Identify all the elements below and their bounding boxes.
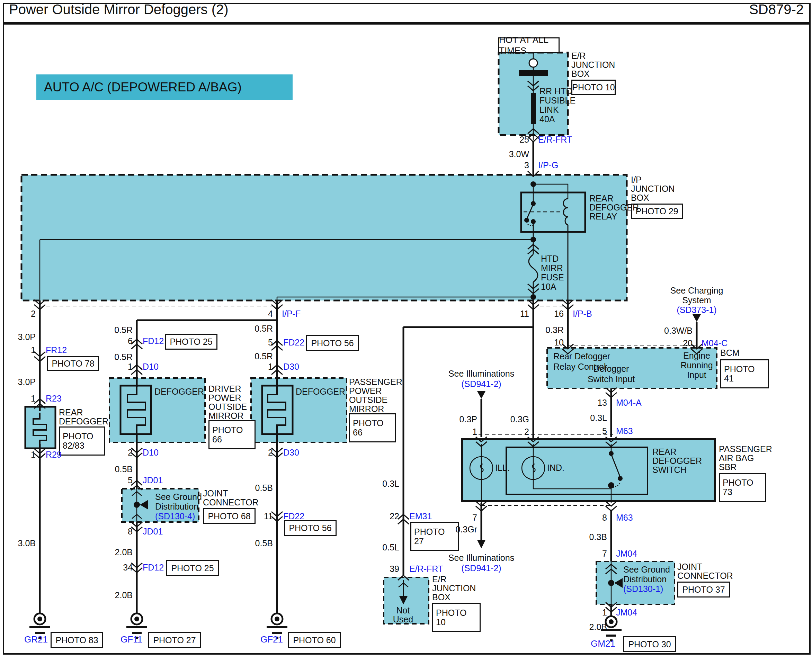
header-divider: [3, 22, 809, 25]
fusible-link-label: RR HTD: [539, 87, 572, 96]
pin-number: 2: [5, 309, 36, 319]
wire-gauge: 0.3R: [533, 325, 564, 335]
pin-number: 2: [498, 427, 529, 436]
switch-side-label: SBR: [719, 463, 736, 472]
connector-id: FD22: [283, 512, 304, 521]
fusible-link-label: FUSIBLE: [539, 96, 575, 105]
pin-number: 11: [242, 512, 273, 521]
wire-gauge: 0.3L: [368, 479, 399, 489]
photo-ref-line: PHOTO: [414, 527, 445, 537]
wire-gauge: 3.0B: [5, 538, 36, 548]
wire-gauge: 0.5R: [101, 353, 133, 362]
connector-id: M63: [616, 513, 633, 522]
pin-number: 1: [5, 345, 36, 355]
ground-id: GR21: [24, 635, 48, 644]
connector-id: I/P-B: [573, 309, 592, 319]
see-charging-label: System: [652, 296, 741, 305]
relay-label: DEFOGGER: [589, 203, 639, 212]
pin-number: 4: [242, 309, 273, 319]
photo-ref: PHOTO 25: [166, 560, 219, 576]
fuse-label: HTD: [541, 254, 558, 263]
wiring-diagram-page: Power Outside Mirror Defoggers (2) SD879…: [0, 0, 812, 656]
photo-ref: PHOTO 27: [148, 632, 201, 648]
pin-number: 1: [5, 450, 36, 460]
device-side-label: PASSENGER: [349, 378, 402, 387]
pin-number: 6: [101, 336, 133, 346]
see-illuminations-ref: (SD941-2): [437, 563, 525, 573]
pin-number: 5: [101, 476, 133, 485]
see-illuminations-ref: (SD941-2): [437, 379, 525, 389]
joint-label: JOINT: [203, 489, 228, 498]
pin-number: 25: [498, 135, 529, 144]
connector-id: D30: [283, 448, 299, 457]
pin-number: 16: [533, 309, 564, 319]
ill-label: ILL.: [495, 463, 510, 472]
wire-gauge: 0.5R: [242, 324, 273, 333]
photo-ref: PHOTO 25: [165, 334, 217, 350]
wire-gauge: 0.3G: [498, 415, 529, 424]
device-side-label: DRIVER: [208, 384, 241, 394]
pin-number: 22: [368, 512, 399, 521]
connector-id: JD01: [143, 476, 163, 485]
joint-note-ref: (SD130-1): [623, 584, 663, 594]
wire-gauge: 3.0W: [498, 150, 529, 159]
photo-ref-line: 82/83: [63, 441, 85, 450]
connector-id: JD01: [143, 527, 163, 536]
page-code: SD879-2: [749, 5, 804, 14]
wire-gauge: 0.5R: [101, 325, 133, 335]
wire-gauge: 0.3W/B: [662, 326, 693, 336]
joint-label: CONNECTOR: [203, 498, 259, 507]
photo-ref-line: 66: [353, 428, 363, 437]
er-box-name: BOX: [432, 593, 451, 602]
pin-number: 34: [101, 563, 133, 572]
photo-ref-line: 10: [436, 617, 446, 627]
er-box-name: BOX: [571, 69, 590, 79]
pin-number: 5: [242, 338, 273, 347]
pin-number: 1: [576, 608, 607, 617]
pin-number: 1: [446, 427, 477, 436]
wire-gauge: 3.0P: [5, 332, 36, 342]
ip-box-name: BOX: [631, 193, 649, 203]
pin-number: 7: [576, 549, 607, 559]
hot-at-all-times-label: HOT AT ALL TIMES: [498, 37, 559, 53]
pin-number: 7: [446, 513, 477, 522]
bcm-pin-function: Switch Input: [581, 374, 641, 384]
photo-ref: PHOTO 41: [720, 359, 769, 388]
connector-id: R29: [46, 450, 62, 460]
connector-id: D30: [283, 362, 299, 371]
wire-gauge: 0.5L: [368, 543, 399, 552]
joint-label: CONNECTOR: [677, 571, 733, 580]
connector-id: FD12: [143, 336, 164, 346]
photo-ref-line: PHOTO: [353, 419, 383, 428]
photo-ref-line: 66: [212, 435, 222, 444]
device-side-label: MIRROR: [349, 404, 384, 414]
ip-box-name: I/P: [631, 175, 642, 184]
pin-number: 20: [662, 339, 693, 348]
er-box-name: E/R: [571, 51, 586, 60]
er-box-name: E/R: [432, 575, 447, 584]
wire-gauge: 2.0B: [101, 548, 133, 557]
pin-number: 1: [242, 362, 273, 371]
switch-side-label: AIR BAG: [719, 453, 754, 463]
photo-ref: PHOTO 73: [719, 473, 766, 502]
wire-gauge: 0.5B: [101, 464, 133, 474]
fusible-link-label: LINK: [539, 105, 559, 114]
connector-id: D10: [143, 362, 159, 371]
photo-ref: PHOTO 66: [349, 413, 396, 442]
ground-id: GF11: [121, 635, 142, 644]
switch-side-label: PASSENGER: [719, 444, 772, 454]
wire-gauge: 0.3Gr: [446, 525, 477, 534]
bcm-pin-function: Defogger: [585, 364, 637, 373]
device-label: REAR: [59, 408, 83, 417]
pin-number: 1: [101, 362, 133, 371]
photo-ref: PHOTO 30: [623, 636, 676, 652]
ground-id: GM21: [591, 639, 615, 648]
photo-ref-line: PHOTO: [723, 478, 753, 487]
fuse-label: 10A: [541, 282, 556, 291]
connector-id: FD12: [143, 563, 164, 572]
see-illuminations-label: See Illuminations: [437, 553, 525, 563]
ind-label: IND.: [547, 463, 564, 472]
joint-note: Distribution: [623, 575, 666, 584]
wire-gauge: 0.5B: [242, 538, 273, 548]
fuse-label: FUSE: [541, 273, 564, 282]
